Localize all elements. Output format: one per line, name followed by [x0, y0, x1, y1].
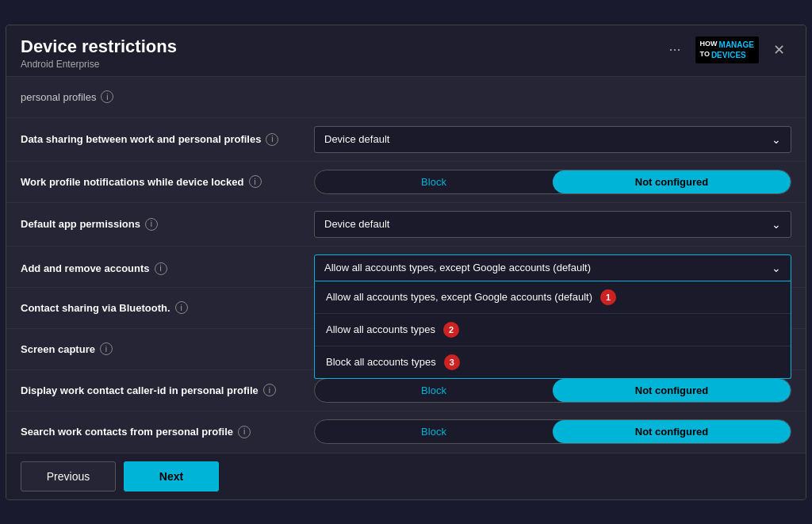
dropdown-data-sharing[interactable]: Device default ⌄: [314, 126, 791, 153]
info-icon-add-remove-accounts[interactable]: i: [155, 262, 167, 275]
panel-footer: Previous Next: [6, 453, 806, 499]
header-right: ··· HOW MANAGE TO DEVICES ✕: [663, 36, 791, 63]
badge-2: 2: [443, 322, 459, 338]
chevron-icon-data-sharing: ⌄: [772, 133, 781, 146]
row-data-sharing: Data sharing between work and personal p…: [6, 118, 806, 162]
chevron-icon-default-app: ⌄: [772, 218, 781, 231]
dropdown-item-3[interactable]: Block all accounts types 3: [315, 346, 791, 378]
control-work-notifications: Block Not configured: [314, 170, 791, 194]
previous-button[interactable]: Previous: [21, 461, 116, 491]
panel-subtitle: Android Enterprise: [21, 59, 177, 70]
info-icon-screen-capture[interactable]: i: [100, 342, 113, 355]
label-search-work-contacts: Search work contacts from personal profi…: [21, 426, 314, 438]
logo-how: HOW: [700, 40, 718, 49]
row-add-remove-accounts: Add and remove accounts i Allow all acco…: [6, 247, 806, 288]
label-add-remove-accounts: Add and remove accounts i: [21, 254, 314, 275]
header-left: Device restrictions Android Enterprise: [21, 36, 177, 70]
next-button[interactable]: Next: [124, 461, 219, 491]
info-icon-search-work-contacts[interactable]: i: [238, 426, 251, 438]
label-display-work-contact: Display work contact caller-id in person…: [21, 384, 314, 396]
more-button[interactable]: ···: [663, 38, 688, 61]
close-button[interactable]: ✕: [767, 38, 791, 62]
toggle-work-notifications: Block Not configured: [314, 170, 791, 194]
toggle-block-work-notifications[interactable]: Block: [315, 170, 553, 193]
label-screen-capture: Screen capture i: [21, 342, 314, 355]
control-default-app-permissions: Device default ⌄: [314, 211, 791, 238]
logo-to: TO: [700, 50, 710, 59]
dropdown-item-1[interactable]: Allow all accounts types, except Google …: [315, 281, 791, 314]
logo-devices: DEVICES: [711, 50, 746, 60]
toggle-notconfigured-search-work-contacts[interactable]: Not configured: [553, 420, 791, 443]
toggle-block-search-work-contacts[interactable]: Block: [315, 420, 553, 443]
panel-body: personal profiles i Data sharing between…: [6, 77, 806, 453]
logo-manage: MANAGE: [719, 40, 754, 50]
label-personal-profiles: personal profiles i: [21, 90, 314, 103]
dropdown-default-app-permissions[interactable]: Device default ⌄: [314, 211, 791, 238]
label-work-profile-notifications: Work profile notifications while device …: [21, 175, 314, 188]
row-search-work-contacts: Search work contacts from personal profi…: [6, 411, 806, 453]
info-icon-personal-profiles[interactable]: i: [101, 90, 113, 103]
toggle-block-display-work-contact[interactable]: Block: [315, 379, 553, 402]
toggle-display-work-contact: Block Not configured: [314, 378, 791, 403]
info-icon-data-sharing[interactable]: i: [266, 133, 278, 146]
control-display-work-contact: Block Not configured: [314, 378, 791, 403]
info-icon-display-work-contact[interactable]: i: [263, 384, 276, 396]
dropdown-add-remove-accounts[interactable]: Allow all accounts types, except Google …: [314, 254, 791, 281]
dropdown-menu-add-remove-accounts: Allow all accounts types, except Google …: [314, 281, 791, 379]
toggle-notconfigured-display-work-contact[interactable]: Not configured: [553, 379, 791, 402]
label-contact-sharing: Contact sharing via Bluetooth. i: [21, 301, 314, 314]
badge-3: 3: [444, 354, 460, 370]
toggle-search-work-contacts: Block Not configured: [314, 419, 791, 444]
panel-title: Device restrictions: [21, 36, 177, 57]
dropdown-item-2[interactable]: Allow all accounts types 2: [315, 314, 791, 346]
row-work-profile-notifications: Work profile notifications while device …: [6, 162, 806, 203]
panel-header: Device restrictions Android Enterprise ·…: [6, 25, 806, 77]
device-restrictions-panel: Device restrictions Android Enterprise ·…: [6, 25, 806, 500]
control-data-sharing: Device default ⌄: [314, 126, 791, 153]
info-icon-work-notifications[interactable]: i: [249, 175, 262, 188]
toggle-notconfigured-work-notifications[interactable]: Not configured: [553, 170, 791, 193]
control-add-remove-accounts: Allow all accounts types, except Google …: [314, 254, 791, 281]
info-icon-default-app-permissions[interactable]: i: [145, 218, 158, 231]
row-default-app-permissions: Default app permissions i Device default…: [6, 203, 806, 247]
info-icon-contact-sharing[interactable]: i: [175, 301, 188, 314]
label-data-sharing: Data sharing between work and personal p…: [21, 133, 314, 146]
badge-1: 1: [600, 289, 616, 305]
logo: HOW MANAGE TO DEVICES: [695, 36, 759, 63]
label-default-app-permissions: Default app permissions i: [21, 218, 314, 231]
chevron-icon-add-remove: ⌄: [772, 262, 781, 274]
control-search-work-contacts: Block Not configured: [314, 419, 791, 444]
row-personal-profiles: personal profiles i: [6, 77, 806, 118]
